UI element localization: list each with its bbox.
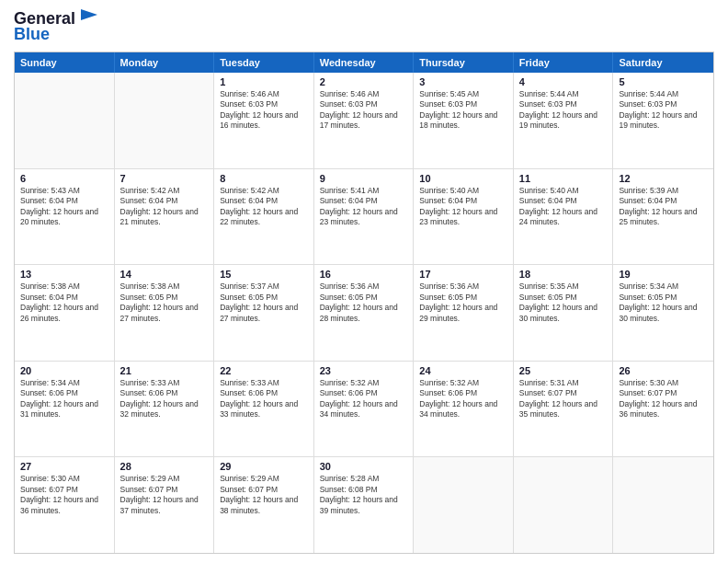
day-number: 22: [220, 365, 308, 376]
day-info: Sunrise: 5:31 AM Sunset: 6:07 PM Dayligh…: [519, 378, 608, 420]
table-row: [613, 457, 713, 553]
day-number: 24: [419, 365, 507, 376]
day-info: Sunrise: 5:42 AM Sunset: 6:04 PM Dayligh…: [120, 186, 209, 228]
table-row: 26Sunrise: 5:30 AM Sunset: 6:07 PM Dayli…: [613, 362, 713, 457]
logo: General Blue: [14, 9, 97, 44]
day-info: Sunrise: 5:41 AM Sunset: 6:04 PM Dayligh…: [320, 186, 408, 228]
table-row: 13Sunrise: 5:38 AM Sunset: 6:04 PM Dayli…: [15, 265, 115, 361]
table-row: 12Sunrise: 5:39 AM Sunset: 6:04 PM Dayli…: [613, 169, 713, 265]
day-number: 13: [20, 269, 108, 280]
table-row: 15Sunrise: 5:37 AM Sunset: 6:05 PM Dayli…: [214, 265, 314, 361]
table-row: 16Sunrise: 5:36 AM Sunset: 6:05 PM Dayli…: [314, 265, 415, 361]
calendar-header: SundayMondayTuesdayWednesdayThursdayFrid…: [15, 52, 713, 73]
day-info: Sunrise: 5:32 AM Sunset: 6:06 PM Dayligh…: [320, 378, 408, 420]
table-row: 10Sunrise: 5:40 AM Sunset: 6:04 PM Dayli…: [414, 169, 514, 265]
day-header-monday: Monday: [115, 52, 215, 73]
calendar-week-4: 20Sunrise: 5:34 AM Sunset: 6:06 PM Dayli…: [15, 362, 713, 458]
day-info: Sunrise: 5:32 AM Sunset: 6:06 PM Dayligh…: [419, 378, 507, 420]
day-header-friday: Friday: [514, 52, 614, 73]
table-row: 7Sunrise: 5:42 AM Sunset: 6:04 PM Daylig…: [115, 169, 215, 265]
table-row: [115, 73, 215, 168]
day-number: 9: [320, 173, 408, 184]
day-info: Sunrise: 5:44 AM Sunset: 6:03 PM Dayligh…: [619, 89, 708, 132]
day-info: Sunrise: 5:30 AM Sunset: 6:07 PM Dayligh…: [20, 474, 108, 516]
day-info: Sunrise: 5:46 AM Sunset: 6:03 PM Dayligh…: [220, 89, 308, 132]
day-number: 30: [320, 461, 408, 472]
day-number: 16: [320, 269, 408, 280]
table-row: 21Sunrise: 5:33 AM Sunset: 6:06 PM Dayli…: [115, 362, 215, 457]
day-info: Sunrise: 5:38 AM Sunset: 6:04 PM Dayligh…: [20, 282, 108, 324]
day-number: 26: [619, 365, 708, 376]
day-number: 8: [220, 173, 308, 184]
day-number: 12: [619, 173, 708, 184]
table-row: 11Sunrise: 5:40 AM Sunset: 6:04 PM Dayli…: [514, 169, 614, 265]
day-number: 20: [20, 365, 108, 376]
table-row: [414, 457, 514, 553]
day-number: 21: [120, 365, 209, 376]
table-row: 3Sunrise: 5:45 AM Sunset: 6:03 PM Daylig…: [414, 73, 514, 168]
day-info: Sunrise: 5:44 AM Sunset: 6:03 PM Dayligh…: [519, 89, 608, 132]
day-info: Sunrise: 5:38 AM Sunset: 6:05 PM Dayligh…: [120, 282, 209, 324]
calendar-week-5: 27Sunrise: 5:30 AM Sunset: 6:07 PM Dayli…: [15, 457, 713, 553]
day-number: 4: [519, 76, 608, 87]
table-row: 24Sunrise: 5:32 AM Sunset: 6:06 PM Dayli…: [414, 362, 514, 457]
day-number: 11: [519, 173, 608, 184]
day-header-tuesday: Tuesday: [214, 52, 314, 73]
day-info: Sunrise: 5:29 AM Sunset: 6:07 PM Dayligh…: [120, 474, 209, 516]
day-info: Sunrise: 5:35 AM Sunset: 6:05 PM Dayligh…: [519, 282, 608, 324]
table-row: 29Sunrise: 5:29 AM Sunset: 6:07 PM Dayli…: [214, 457, 314, 553]
logo-flag-icon: [77, 9, 97, 26]
table-row: [514, 457, 614, 553]
calendar-week-1: 1Sunrise: 5:46 AM Sunset: 6:03 PM Daylig…: [15, 73, 713, 169]
table-row: 23Sunrise: 5:32 AM Sunset: 6:06 PM Dayli…: [314, 362, 415, 457]
day-number: 14: [120, 269, 209, 280]
calendar-body: 1Sunrise: 5:46 AM Sunset: 6:03 PM Daylig…: [15, 73, 713, 553]
table-row: 18Sunrise: 5:35 AM Sunset: 6:05 PM Dayli…: [514, 265, 614, 361]
page: General Blue SundayMondayTuesdayWednesda…: [0, 0, 728, 563]
day-number: 15: [220, 269, 308, 280]
day-header-sunday: Sunday: [15, 52, 115, 73]
day-header-saturday: Saturday: [613, 52, 713, 73]
table-row: 27Sunrise: 5:30 AM Sunset: 6:07 PM Dayli…: [15, 457, 115, 553]
day-info: Sunrise: 5:34 AM Sunset: 6:06 PM Dayligh…: [20, 378, 108, 420]
table-row: 2Sunrise: 5:46 AM Sunset: 6:03 PM Daylig…: [314, 73, 415, 168]
day-info: Sunrise: 5:43 AM Sunset: 6:04 PM Dayligh…: [20, 186, 108, 228]
table-row: 1Sunrise: 5:46 AM Sunset: 6:03 PM Daylig…: [214, 73, 314, 168]
day-number: 6: [20, 173, 108, 184]
day-info: Sunrise: 5:28 AM Sunset: 6:08 PM Dayligh…: [320, 474, 408, 516]
table-row: 6Sunrise: 5:43 AM Sunset: 6:04 PM Daylig…: [15, 169, 115, 265]
calendar-week-2: 6Sunrise: 5:43 AM Sunset: 6:04 PM Daylig…: [15, 169, 713, 266]
day-info: Sunrise: 5:29 AM Sunset: 6:07 PM Dayligh…: [220, 474, 308, 516]
table-row: 8Sunrise: 5:42 AM Sunset: 6:04 PM Daylig…: [214, 169, 314, 265]
day-info: Sunrise: 5:34 AM Sunset: 6:05 PM Dayligh…: [619, 282, 708, 324]
day-number: 10: [419, 173, 507, 184]
table-row: 17Sunrise: 5:36 AM Sunset: 6:05 PM Dayli…: [414, 265, 514, 361]
day-number: 25: [519, 365, 608, 376]
day-number: 7: [120, 173, 209, 184]
day-number: 18: [519, 269, 608, 280]
day-info: Sunrise: 5:33 AM Sunset: 6:06 PM Dayligh…: [220, 378, 308, 420]
day-number: 5: [619, 76, 708, 87]
table-row: 19Sunrise: 5:34 AM Sunset: 6:05 PM Dayli…: [613, 265, 713, 361]
table-row: 20Sunrise: 5:34 AM Sunset: 6:06 PM Dayli…: [15, 362, 115, 457]
header: General Blue: [14, 9, 714, 44]
day-number: 29: [220, 461, 308, 472]
day-info: Sunrise: 5:46 AM Sunset: 6:03 PM Dayligh…: [320, 89, 408, 132]
day-number: 17: [419, 269, 507, 280]
day-info: Sunrise: 5:42 AM Sunset: 6:04 PM Dayligh…: [220, 186, 308, 228]
svg-marker-0: [81, 9, 97, 20]
table-row: 9Sunrise: 5:41 AM Sunset: 6:04 PM Daylig…: [314, 169, 415, 265]
calendar: SundayMondayTuesdayWednesdayThursdayFrid…: [14, 52, 714, 554]
day-info: Sunrise: 5:36 AM Sunset: 6:05 PM Dayligh…: [419, 282, 507, 324]
day-info: Sunrise: 5:37 AM Sunset: 6:05 PM Dayligh…: [220, 282, 308, 324]
day-header-thursday: Thursday: [414, 52, 514, 73]
calendar-week-3: 13Sunrise: 5:38 AM Sunset: 6:04 PM Dayli…: [15, 265, 713, 362]
day-number: 2: [320, 76, 408, 87]
day-header-wednesday: Wednesday: [314, 52, 415, 73]
day-info: Sunrise: 5:40 AM Sunset: 6:04 PM Dayligh…: [519, 186, 608, 228]
table-row: [15, 73, 115, 168]
day-number: 3: [419, 76, 507, 87]
day-number: 27: [20, 461, 108, 472]
table-row: 4Sunrise: 5:44 AM Sunset: 6:03 PM Daylig…: [514, 73, 614, 168]
day-number: 19: [619, 269, 708, 280]
